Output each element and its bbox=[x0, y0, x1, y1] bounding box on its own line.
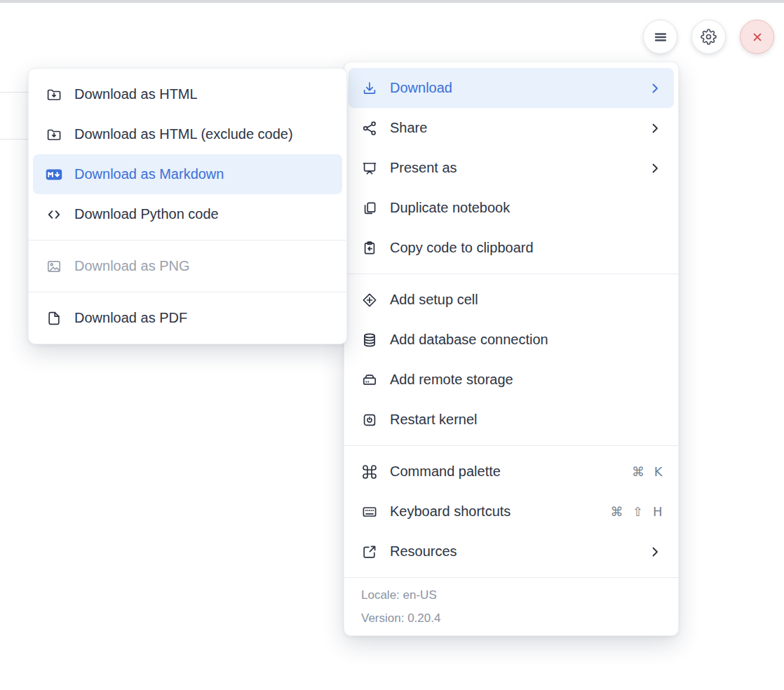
menu-item-add-setup-cell[interactable]: Add setup cell bbox=[344, 280, 678, 320]
folder-download-icon bbox=[46, 86, 62, 103]
version-info: Version: 0.20.4 bbox=[344, 607, 678, 630]
menu-item-add-remote-storage[interactable]: Add remote storage bbox=[344, 360, 678, 400]
diamond-plus-icon bbox=[361, 292, 378, 309]
chevron-right-icon bbox=[647, 81, 663, 96]
submenu-item-download-pdf[interactable]: Download as PDF bbox=[29, 298, 346, 338]
menu-item-download[interactable]: Download bbox=[349, 68, 674, 108]
menu-divider bbox=[344, 273, 678, 274]
menu-item-label: Download as PDF bbox=[74, 310, 331, 326]
menu-item-add-database[interactable]: Add database connection bbox=[344, 320, 678, 360]
markdown-icon bbox=[46, 166, 62, 183]
menu-item-label: Download as Markdown bbox=[74, 166, 331, 182]
menu-item-label: Share bbox=[390, 120, 635, 136]
menu-item-command-palette[interactable]: Command palette ⌘ K bbox=[344, 452, 678, 492]
hamburger-menu-icon bbox=[652, 29, 669, 46]
menu-item-label: Download bbox=[390, 80, 635, 96]
menu-item-label: Download as PNG bbox=[74, 258, 331, 274]
close-x-icon bbox=[749, 29, 766, 46]
submenu-item-download-html[interactable]: Download as HTML bbox=[29, 74, 346, 114]
menu-item-label: Present as bbox=[390, 160, 635, 176]
keyboard-icon bbox=[361, 503, 378, 520]
menu-item-label: Add database connection bbox=[390, 332, 663, 348]
menu-item-keyboard-shortcuts[interactable]: Keyboard shortcuts ⌘ ⇧ H bbox=[344, 492, 678, 532]
settings-button[interactable] bbox=[691, 20, 726, 54]
file-icon bbox=[46, 310, 62, 327]
menu-item-label: Command palette bbox=[390, 464, 620, 480]
menu-item-label: Copy code to clipboard bbox=[390, 240, 663, 256]
menu-item-resources[interactable]: Resources bbox=[344, 532, 678, 571]
menu-button[interactable] bbox=[643, 20, 677, 54]
chevron-right-icon bbox=[647, 161, 663, 176]
image-icon bbox=[46, 258, 62, 275]
chevron-right-icon bbox=[647, 544, 663, 560]
menu-divider bbox=[29, 240, 346, 241]
menu-item-label: Resources bbox=[390, 543, 635, 560]
chevron-right-icon bbox=[647, 121, 663, 136]
code-icon bbox=[46, 206, 62, 223]
duplicate-icon bbox=[361, 200, 378, 217]
locale-info: Locale: en-US bbox=[344, 583, 678, 607]
menu-item-label: Restart kernel bbox=[390, 412, 663, 428]
menu-divider bbox=[29, 292, 346, 292]
close-button[interactable] bbox=[740, 20, 774, 54]
folder-download-icon bbox=[46, 126, 62, 143]
gear-icon bbox=[701, 29, 717, 45]
background-divider bbox=[0, 139, 29, 140]
shortcut-badge: ⌘ ⇧ H bbox=[610, 504, 663, 519]
share-icon bbox=[361, 120, 378, 137]
download-submenu: Download as HTML Download as HTML (exclu… bbox=[28, 68, 347, 344]
background-divider bbox=[0, 92, 29, 93]
command-icon bbox=[361, 464, 378, 480]
clipboard-import-icon bbox=[361, 240, 378, 257]
hard-drive-icon bbox=[361, 372, 378, 388]
menu-item-label: Duplicate notebook bbox=[390, 200, 663, 216]
menu-item-copy-code[interactable]: Copy code to clipboard bbox=[344, 228, 678, 268]
notebook-menu: Download Share Present as bbox=[344, 62, 679, 636]
menu-item-duplicate-notebook[interactable]: Duplicate notebook bbox=[344, 188, 678, 228]
menu-item-label: Download as HTML (exclude code) bbox=[74, 126, 331, 142]
submenu-item-download-png: Download as PNG bbox=[29, 246, 346, 286]
menu-item-label: Add setup cell bbox=[390, 292, 663, 308]
submenu-item-download-markdown[interactable]: Download as Markdown bbox=[33, 154, 342, 194]
menu-item-label: Keyboard shortcuts bbox=[390, 503, 598, 520]
database-icon bbox=[361, 332, 378, 349]
submenu-item-download-python[interactable]: Download Python code bbox=[29, 194, 346, 234]
menu-item-label: Download Python code bbox=[74, 206, 331, 222]
menu-item-share[interactable]: Share bbox=[344, 108, 678, 148]
top-window-strip bbox=[0, 0, 784, 3]
menu-item-present-as[interactable]: Present as bbox=[344, 148, 678, 188]
menu-divider bbox=[344, 445, 678, 446]
submenu-item-download-html-no-code[interactable]: Download as HTML (exclude code) bbox=[29, 114, 346, 154]
menu-item-restart-kernel[interactable]: Restart kernel bbox=[344, 400, 678, 440]
menu-item-label: Download as HTML bbox=[74, 86, 331, 102]
presentation-icon bbox=[361, 160, 378, 177]
shortcut-badge: ⌘ K bbox=[632, 464, 663, 479]
menu-divider bbox=[344, 577, 678, 578]
menu-item-label: Add remote storage bbox=[390, 372, 663, 388]
power-icon bbox=[361, 412, 378, 428]
download-icon bbox=[361, 80, 378, 97]
external-link-icon bbox=[361, 543, 378, 560]
